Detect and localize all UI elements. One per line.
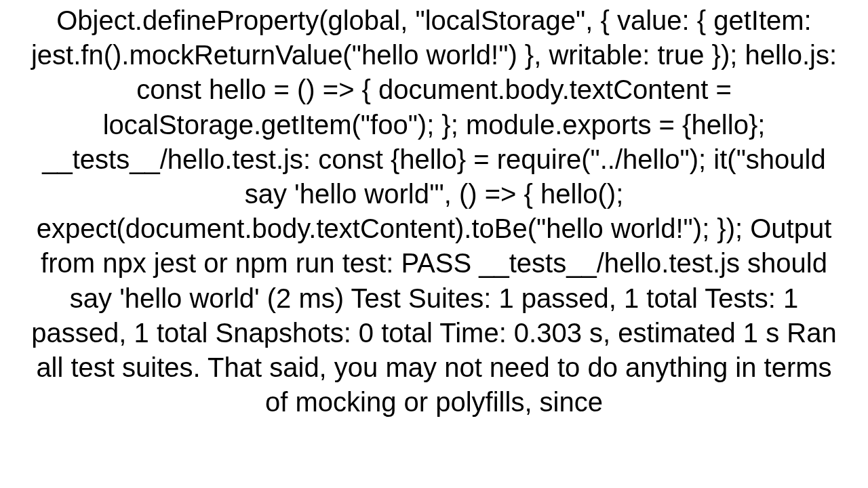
document-body-text: Object.defineProperty(global, "localStor… — [27, 0, 841, 420]
